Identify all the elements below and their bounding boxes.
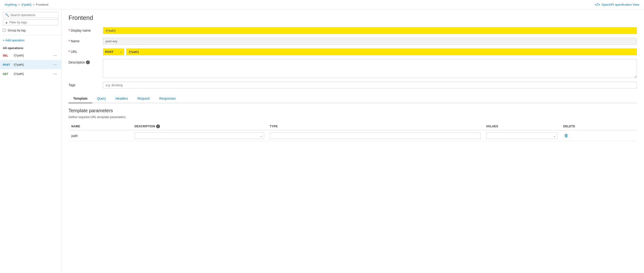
tab-responses[interactable]: Responses	[154, 94, 180, 103]
name-label-text: Name	[71, 39, 80, 43]
url-required: *	[68, 50, 70, 54]
url-input[interactable]	[126, 48, 637, 55]
tab-request[interactable]: Request	[132, 94, 154, 103]
display-name-label-text: Display name	[71, 28, 91, 32]
col-header-type: TYPE	[267, 122, 483, 130]
openapi-label: OpenAPI specification View	[602, 3, 639, 6]
row-values-cell	[483, 130, 560, 141]
operation-item-post[interactable]: POST /{*path} ⋯	[0, 60, 61, 69]
name-input[interactable]	[103, 38, 637, 45]
template-section-desc: Define required URL template parameters.	[68, 115, 637, 119]
breadcrumb-sep-1: >	[18, 3, 20, 6]
search-icon: 🔍	[5, 13, 9, 17]
delete-row-button[interactable]: 🗑	[563, 132, 569, 139]
params-table: NAME DESCRIPTION i TYPE VALUES DELETE pa…	[68, 122, 637, 141]
page-title: Frontend	[68, 14, 637, 22]
description-select-wrapper	[134, 132, 264, 139]
breadcrumb-path[interactable]: /{*path}	[21, 3, 32, 6]
display-name-row: * Display name	[68, 27, 637, 34]
filter-icon: ▲	[5, 20, 8, 24]
openapi-link[interactable]: </> OpenAPI specification View	[595, 2, 639, 7]
url-row-inner: GET POST PUT DELETE PATCH HEAD OPTIONS ⌄	[103, 48, 637, 55]
main-layout: 🔍 ▲ Group by tag + Add operation All ope…	[0, 10, 644, 273]
url-label-text: URL	[71, 50, 77, 54]
description-row: Description i	[68, 59, 637, 78]
tabs-bar: Template Query Headers Request Responses	[68, 94, 637, 103]
tab-query[interactable]: Query	[92, 94, 110, 103]
name-label: * Name	[68, 38, 99, 43]
row-name-value: path	[71, 134, 78, 138]
group-by-tag[interactable]: Group by tag	[0, 27, 61, 34]
op-path-get: /{*path}	[14, 72, 50, 76]
type-input[interactable]	[270, 132, 480, 139]
template-section-title: Template parameters	[68, 108, 637, 113]
ellipsis-get[interactable]: ⋯	[52, 71, 58, 76]
ellipsis-post[interactable]: ⋯	[52, 62, 58, 67]
filter-box: ▲	[3, 19, 58, 25]
col-header-description: DESCRIPTION i	[132, 122, 267, 130]
breadcrumb: Anything > /{*path} > Frontend	[5, 3, 48, 6]
row-delete-cell: 🗑	[560, 130, 637, 141]
table-row: path	[68, 130, 637, 141]
all-operations-label: All operations	[0, 44, 61, 51]
breadcrumb-sep-2: >	[33, 3, 35, 6]
sidebar: 🔍 ▲ Group by tag + Add operation All ope…	[0, 10, 62, 273]
tags-input[interactable]	[103, 82, 637, 88]
method-badge-get: GET	[3, 72, 12, 75]
display-name-required: *	[68, 28, 70, 32]
url-row: * URL GET POST PUT DELETE PATCH HEAD OPT…	[68, 48, 637, 55]
tags-row: Tags	[68, 82, 637, 88]
breadcrumb-anything[interactable]: Anything	[5, 3, 17, 6]
search-box: 🔍	[3, 12, 58, 18]
values-select[interactable]	[486, 132, 558, 139]
search-input[interactable]	[10, 13, 56, 17]
ellipsis-del[interactable]: ⋯	[52, 53, 58, 58]
name-row: * Name	[68, 38, 637, 45]
description-col-info-icon[interactable]: i	[156, 124, 160, 128]
add-operation-btn[interactable]: + Add operation	[0, 36, 61, 44]
openapi-icon: </>	[595, 2, 600, 7]
description-label-text: Description	[68, 60, 85, 64]
row-description-cell	[132, 130, 267, 141]
operation-item-del[interactable]: DEL /{*path} ⋯	[0, 51, 61, 60]
trash-icon: 🗑	[564, 133, 568, 138]
group-by-tag-label: Group by tag	[8, 28, 26, 32]
main-content: Frontend * Display name * Name * URL	[62, 10, 644, 273]
group-by-tag-checkbox[interactable]	[3, 29, 6, 32]
top-bar: Anything > /{*path} > Frontend </> OpenA…	[0, 0, 644, 10]
url-label: * URL	[68, 48, 99, 54]
breadcrumb-frontend: Frontend	[36, 3, 48, 6]
display-name-label: * Display name	[68, 27, 99, 32]
col-header-delete: DELETE	[560, 122, 637, 130]
tags-label-text: Tags	[68, 83, 76, 87]
col-header-name: NAME	[68, 122, 132, 130]
description-textarea[interactable]	[103, 59, 637, 78]
method-select-wrapper: GET POST PUT DELETE PATCH HEAD OPTIONS ⌄	[103, 48, 124, 55]
tags-label: Tags	[68, 82, 99, 87]
sidebar-search-area: 🔍 ▲	[0, 10, 61, 27]
operation-item-get[interactable]: GET /{*path} ⋯	[0, 69, 61, 78]
description-label: Description i	[68, 59, 99, 64]
filter-input[interactable]	[10, 20, 56, 24]
tab-headers[interactable]: Headers	[111, 94, 133, 103]
display-name-input[interactable]	[103, 27, 637, 34]
method-chevron-icon: ⌄	[120, 50, 122, 53]
name-required: *	[68, 39, 70, 43]
op-path-post: /{*path}	[14, 63, 50, 66]
sidebar-divider	[0, 35, 61, 35]
op-path-del: /{*path}	[14, 54, 50, 57]
row-type-cell	[267, 130, 483, 141]
method-select[interactable]: GET POST PUT DELETE PATCH HEAD OPTIONS	[105, 50, 119, 54]
row-name-cell: path	[68, 130, 132, 141]
method-badge-del: DEL	[3, 54, 12, 57]
description-info-icon[interactable]: i	[86, 60, 90, 64]
values-select-wrapper	[486, 132, 558, 139]
tab-template[interactable]: Template	[68, 94, 92, 103]
method-badge-post: POST	[3, 63, 12, 66]
add-operation-label: + Add operation	[3, 38, 24, 42]
description-select[interactable]	[134, 132, 264, 139]
col-header-values: VALUES	[483, 122, 560, 130]
